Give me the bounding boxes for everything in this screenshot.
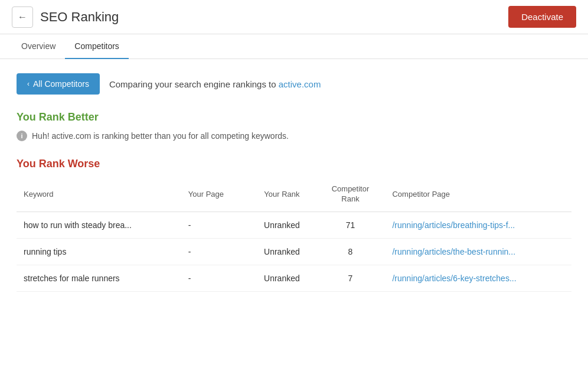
rank-better-title: You Rank Better <box>17 111 571 123</box>
cell-your-page: - <box>181 265 249 291</box>
info-icon: i <box>17 131 27 141</box>
all-competitors-label: All Competitors <box>33 79 89 89</box>
cell-keyword: stretches for male runners <box>17 265 181 291</box>
info-row: i Huh! active.com is ranking better than… <box>17 131 571 141</box>
table-header-row: Keyword Your Page Your Rank Competitor R… <box>17 180 571 212</box>
nav-tabs: Overview Competitors <box>0 34 588 59</box>
all-competitors-button[interactable]: ‹ All Competitors <box>17 73 100 95</box>
table-row: stretches for male runners - Unranked 7 … <box>17 265 571 291</box>
main-content: ‹ All Competitors Comparing your search … <box>0 59 588 306</box>
cell-competitor-rank: 8 <box>315 238 385 265</box>
col-your-rank: Your Rank <box>248 180 315 212</box>
info-text: Huh! active.com is ranking better than y… <box>32 131 289 141</box>
cell-competitor-rank: 7 <box>315 265 385 291</box>
col-competitor-page: Competitor Page <box>385 180 571 212</box>
cell-competitor-page[interactable]: /running/articles/the-best-runnin... <box>385 238 571 265</box>
cell-your-page: - <box>181 238 249 265</box>
cell-your-rank: Unranked <box>248 212 315 238</box>
cell-keyword: running tips <box>17 238 181 265</box>
table-row: running tips - Unranked 8 /running/artic… <box>17 238 571 265</box>
header-left: ← SEO Ranking <box>12 6 119 28</box>
compare-prefix: Comparing your search engine rankings to <box>109 79 276 89</box>
compare-text: Comparing your search engine rankings to… <box>109 79 321 89</box>
cell-your-rank: Unranked <box>248 238 315 265</box>
rank-table: Keyword Your Page Your Rank Competitor R… <box>17 180 571 292</box>
page-title: SEO Ranking <box>40 9 119 25</box>
competitor-rank-line1: Competitor <box>332 184 370 193</box>
header: ← SEO Ranking Deactivate <box>0 0 588 34</box>
table-row: how to run with steady brea... - Unranke… <box>17 212 571 238</box>
cell-your-rank: Unranked <box>248 265 315 291</box>
compare-bar: ‹ All Competitors Comparing your search … <box>17 73 571 95</box>
cell-competitor-page[interactable]: /running/articles/6-key-stretches... <box>385 265 571 291</box>
deactivate-button[interactable]: Deactivate <box>508 6 576 28</box>
cell-competitor-page[interactable]: /running/articles/breathing-tips-f... <box>385 212 571 238</box>
col-your-page: Your Page <box>181 180 249 212</box>
cell-your-page: - <box>181 212 249 238</box>
competitor-link[interactable]: active.com <box>279 79 321 89</box>
col-competitor-rank: Competitor Rank <box>315 180 385 212</box>
competitor-rank-line2: Rank <box>341 194 359 203</box>
back-icon: ← <box>18 12 27 22</box>
col-keyword: Keyword <box>17 180 181 212</box>
cell-competitor-rank: 71 <box>315 212 385 238</box>
rank-worse-title: You Rank Worse <box>17 158 571 170</box>
chevron-left-icon: ‹ <box>27 80 30 88</box>
back-button[interactable]: ← <box>12 6 33 28</box>
tab-overview[interactable]: Overview <box>12 34 65 59</box>
tab-competitors[interactable]: Competitors <box>65 34 128 59</box>
cell-keyword: how to run with steady brea... <box>17 212 181 238</box>
